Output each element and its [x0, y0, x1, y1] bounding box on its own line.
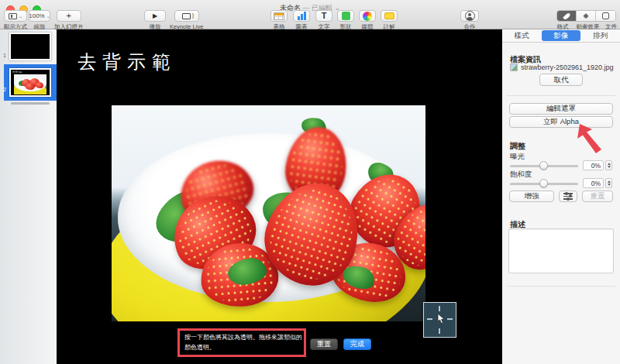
- collaborate-group: 合作: [460, 10, 479, 31]
- keynote-live-group: Keynote Live: [170, 10, 203, 30]
- divider: [507, 95, 615, 96]
- annotation-arrow-icon: [577, 124, 604, 153]
- exposure-stepper[interactable]: [605, 160, 612, 170]
- chevron-down-icon: ⌄: [19, 13, 22, 19]
- slide-number-1: 1: [3, 53, 6, 58]
- text-icon: T: [322, 12, 327, 20]
- view-options-icon: [9, 13, 17, 19]
- shape-icon: [342, 12, 350, 20]
- mini-strawberry: [36, 82, 43, 88]
- view-options-group: ⌄ 顯示方式: [4, 10, 27, 31]
- stepper-down-icon: [608, 184, 611, 186]
- insert-chart-group: 圖表: [293, 10, 310, 31]
- tooltip-line1: 按一下顏色將其設為透明。拖移來讓類似的: [184, 333, 304, 343]
- insert-text-group: T 文字: [315, 10, 332, 31]
- chart-icon: [298, 12, 306, 20]
- tab-image[interactable]: 影像: [542, 30, 581, 41]
- chevron-down-icon: ⌄: [46, 13, 50, 19]
- insert-comment-button[interactable]: [381, 10, 398, 22]
- window-title: 未命名 — 已編輯 ⌄: [0, 3, 620, 13]
- mini-strawberry: [26, 83, 35, 90]
- add-slide-button[interactable]: +: [57, 10, 81, 22]
- image-file-icon: [510, 64, 518, 71]
- instant-alpha-loupe[interactable]: [423, 302, 456, 338]
- sliders-icon: [563, 193, 573, 200]
- insert-text-button[interactable]: T: [315, 10, 332, 22]
- crosshair-icon: [427, 318, 432, 320]
- stepper-up-icon: [608, 180, 611, 183]
- strawberry-photo[interactable]: [112, 105, 425, 321]
- enhance-button[interactable]: 增強: [509, 191, 554, 202]
- file-info-row: strawberry-2502961_1920.jpg: [510, 64, 614, 71]
- slide-title[interactable]: 去背示範: [78, 50, 177, 74]
- slide-thumbnail-1[interactable]: [9, 33, 51, 60]
- mini-slide-title: 去背示範: [12, 70, 22, 74]
- document-tab-button[interactable]: [596, 11, 615, 21]
- slide-number-2: 2: [3, 87, 6, 92]
- insert-comment-group: 註解: [381, 10, 398, 31]
- add-slide-group: + 加入幻燈片: [54, 10, 84, 31]
- play-group: ▶ 播放: [144, 10, 166, 31]
- format-brush-icon: [563, 12, 571, 20]
- saturation-value-field[interactable]: 0%: [583, 178, 604, 188]
- insert-shape-button[interactable]: [337, 10, 354, 22]
- description-textarea[interactable]: [508, 228, 614, 273]
- panel-switcher: ◆: [556, 10, 616, 22]
- animate-diamond-icon: ◆: [584, 12, 589, 19]
- file-name: strawberry-2502961_1920.jpg: [521, 64, 614, 71]
- crosshair-icon: [447, 318, 453, 320]
- tab-style[interactable]: 樣式: [502, 29, 542, 42]
- alpha-done-button[interactable]: 完成: [343, 338, 371, 350]
- mini-strawberry-photo: [14, 74, 46, 94]
- replace-button[interactable]: 取代: [539, 74, 583, 86]
- adjust-heading: 調整: [510, 141, 525, 152]
- slide-canvas[interactable]: 去背示範: [57, 29, 502, 364]
- insert-media-group: 媒體: [359, 10, 376, 31]
- adjust-reset-button[interactable]: 重置: [582, 191, 613, 202]
- insert-chart-button[interactable]: [293, 10, 310, 22]
- edit-mask-button[interactable]: 編輯遮罩: [509, 103, 613, 115]
- display-icon: [182, 13, 191, 19]
- view-options-button[interactable]: ⌄: [4, 10, 27, 22]
- keynote-live-button[interactable]: [174, 10, 199, 22]
- saturation-stepper[interactable]: [605, 178, 612, 188]
- media-icon: [363, 12, 372, 21]
- divider: [507, 286, 615, 287]
- tooltip-line2: 顏色透明。: [184, 343, 304, 353]
- insert-shape-group: 形狀: [337, 10, 354, 31]
- instant-alpha-tooltip-annotation: 按一下顏色將其設為透明。拖移來讓類似的 顏色透明。: [177, 328, 306, 357]
- table-icon: [274, 12, 284, 20]
- document-icon: [602, 12, 609, 19]
- toolbar: 未命名 — 已編輯 ⌄ ⌄ 顯示方式 100% ⌄ 縮放 + 加入幻燈片: [0, 0, 620, 29]
- tab-arrange[interactable]: 排列: [580, 29, 620, 42]
- saturation-label: 飽和度: [510, 170, 532, 180]
- play-button[interactable]: ▶: [144, 10, 166, 22]
- cursor-arrow-icon: [436, 314, 446, 325]
- slide-thumbnail-2[interactable]: 去背示範: [9, 68, 51, 97]
- exposure-value-field[interactable]: 0%: [583, 160, 604, 170]
- insert-table-button[interactable]: [270, 10, 288, 22]
- zoom-group: 100% ⌄ 縮放: [29, 10, 50, 31]
- play-icon: ▶: [153, 12, 157, 19]
- exposure-label: 曝光: [510, 152, 525, 162]
- zoom-button[interactable]: 100% ⌄: [29, 10, 50, 22]
- exposure-slider-knob[interactable]: [539, 161, 548, 170]
- format-tab-button[interactable]: [557, 11, 577, 21]
- insert-table-group: 表格: [270, 10, 288, 31]
- slide-navigator: 1 去背示範 2: [0, 29, 57, 364]
- saturation-slider-knob[interactable]: [539, 179, 548, 187]
- crosshair-icon: [439, 328, 440, 334]
- animate-tab-button[interactable]: ◆: [577, 11, 596, 21]
- insert-media-button[interactable]: [359, 10, 376, 22]
- collaborate-button[interactable]: [460, 10, 479, 22]
- keynote-window: 未命名 — 已編輯 ⌄ ⌄ 顯示方式 100% ⌄ 縮放 + 加入幻燈片: [0, 0, 620, 364]
- format-inspector: 樣式 影像 排列 檔案資訊 strawberry-2502961_1920.jp…: [502, 29, 620, 364]
- inspector-tabs: 樣式 影像 排列: [502, 29, 620, 43]
- plus-icon: +: [67, 12, 71, 20]
- collaborate-icon: [465, 11, 475, 21]
- stepper-up-icon: [608, 163, 611, 165]
- stepper-down-icon: [608, 166, 611, 168]
- alpha-reset-button[interactable]: 重置: [310, 338, 338, 350]
- crosshair-icon: [439, 306, 440, 311]
- adjust-image-button[interactable]: [559, 191, 577, 202]
